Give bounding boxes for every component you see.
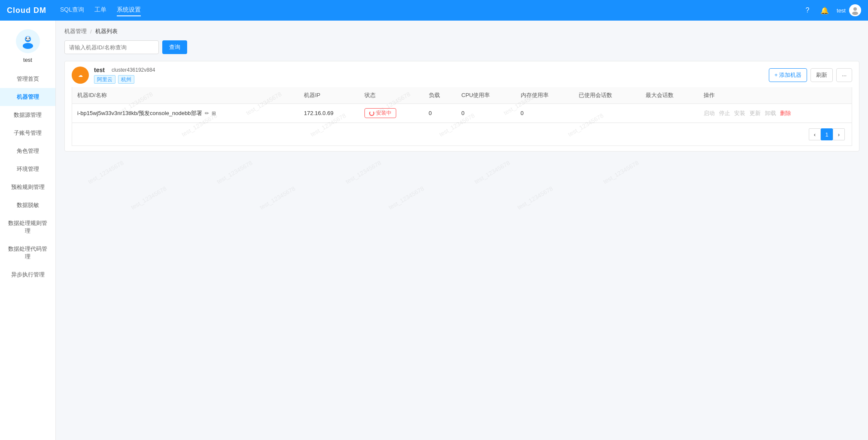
topnav-right: ? 🔔 test <box>802 4 861 16</box>
op-install[interactable]: 安装 <box>734 110 745 116</box>
col-id-name: 机器ID/名称 <box>72 87 299 104</box>
sidebar-item-precheck-rules[interactable]: 预检规则管理 <box>0 178 55 196</box>
svg-point-5 <box>26 38 27 39</box>
nav-work-order[interactable]: 工单 <box>94 4 106 16</box>
op-update[interactable]: 更新 <box>750 110 761 116</box>
search-bar: 查询 <box>64 40 859 54</box>
sidebar-item-environments[interactable]: 环境管理 <box>0 160 55 178</box>
machine-name-wrapper: i-bp15wj5w33v3nr13tlkb/预发console_nodebb部… <box>77 109 294 117</box>
svg-point-0 <box>853 7 857 11</box>
breadcrumb: 机器管理 / 机器列表 <box>64 27 859 35</box>
wm-b9: test_12345678 <box>516 185 554 211</box>
sidebar-item-data-processing-rules[interactable]: 数据处理规则管理 <box>0 214 55 240</box>
sidebar-item-dashboard[interactable]: 管理首页 <box>0 70 55 88</box>
wm-b4: test_12345678 <box>473 159 511 185</box>
topnav-username: test <box>837 7 846 14</box>
wm-b7: test_12345678 <box>258 185 296 211</box>
sidebar-menu: 管理首页 机器管理 数据源管理 子账号管理 角色管理 环境管理 预检规则管理 数… <box>0 70 55 284</box>
table-body: i-bp15wj5w33v3nr13tlkb/预发console_nodebb部… <box>72 104 852 123</box>
user-info[interactable]: test <box>837 4 861 16</box>
cluster-card: ☁ test cluster436192v884 阿里云 杭州 + 添加机器 <box>64 61 859 152</box>
bell-icon[interactable]: 🔔 <box>819 5 830 15</box>
sidebar-item-datasource[interactable]: 数据源管理 <box>0 106 55 124</box>
bottom-watermarks: test_12345678 test_12345678 test_1234567… <box>64 152 859 237</box>
add-machine-button[interactable]: + 添加机器 <box>769 68 807 82</box>
col-load: 负载 <box>424 87 456 104</box>
prev-page-button[interactable]: ‹ <box>809 128 821 140</box>
pagination: ‹ 1 › <box>72 123 852 146</box>
current-page-button[interactable]: 1 <box>821 128 833 140</box>
wm-b8: test_12345678 <box>387 185 425 211</box>
svg-point-6 <box>28 38 30 39</box>
machine-status-cell: 安装中 <box>359 104 423 123</box>
cluster-tags: 阿里云 杭州 <box>94 75 155 84</box>
breadcrumb-separator: / <box>90 28 92 35</box>
op-uninstall[interactable]: 卸载 <box>765 110 776 116</box>
copy-icon[interactable]: ⊞ <box>212 110 216 116</box>
breadcrumb-current: 机器列表 <box>95 27 118 35</box>
next-page-button[interactable]: › <box>833 128 845 140</box>
svg-point-1 <box>852 12 858 15</box>
nav-system-settings[interactable]: 系统设置 <box>117 4 141 16</box>
svg-point-3 <box>23 43 33 49</box>
cluster-icon: ☁ <box>72 67 89 84</box>
machine-id-name-cell: i-bp15wj5w33v3nr13tlkb/预发console_nodebb部… <box>72 104 299 123</box>
cluster-tag-region: 杭州 <box>118 75 134 84</box>
sidebar-avatar <box>16 29 40 53</box>
nav-sql-query[interactable]: SQL查询 <box>60 4 84 16</box>
col-max-sessions: 最大会话数 <box>640 87 699 104</box>
wm-b2: test_12345678 <box>215 159 253 185</box>
breadcrumb-parent: 机器管理 <box>64 27 87 35</box>
cluster-header: ☁ test cluster436192v884 阿里云 杭州 <box>72 67 852 84</box>
machine-memory-cell: 0 <box>516 104 574 123</box>
col-operations: 操作 <box>698 87 852 104</box>
col-status: 状态 <box>359 87 423 104</box>
col-used-sessions: 已使用会话数 <box>574 87 640 104</box>
machine-table: 机器ID/名称 机器IP 状态 负载 CPU使用率 内存使用率 已使用会话数 最… <box>72 87 852 123</box>
sidebar-item-machines[interactable]: 机器管理 <box>0 88 55 106</box>
table-row: i-bp15wj5w33v3nr13tlkb/预发console_nodebb部… <box>72 104 852 123</box>
nav-items: SQL查询 工单 系统设置 <box>60 4 802 16</box>
table-wrapper: 机器ID/名称 机器IP 状态 负载 CPU使用率 内存使用率 已使用会话数 最… <box>72 87 852 146</box>
cluster-info: test cluster436192v884 阿里云 杭州 <box>94 67 155 84</box>
machine-max-sessions-cell <box>640 104 699 123</box>
sidebar-item-roles[interactable]: 角色管理 <box>0 142 55 160</box>
col-ip: 机器IP <box>299 87 359 104</box>
more-button[interactable]: ··· <box>836 68 852 82</box>
op-stop[interactable]: 停止 <box>719 110 730 116</box>
sidebar-item-data-desensitization[interactable]: 数据脱敏 <box>0 196 55 214</box>
machine-id-name: i-bp15wj5w33v3nr13tlkb/预发console_nodebb部… <box>77 109 202 117</box>
wm-b6: test_12345678 <box>130 185 167 211</box>
sidebar-item-subaccount[interactable]: 子账号管理 <box>0 124 55 142</box>
machine-operations-cell: 启动 停止 安装 更新 卸载 删除 <box>698 104 852 123</box>
machine-used-sessions-cell <box>574 104 640 123</box>
topnav-avatar <box>849 4 861 16</box>
cluster-name: test <box>94 67 105 73</box>
wm-b5: test_12345678 <box>602 159 640 185</box>
sidebar-username: test <box>23 57 32 63</box>
col-cpu: CPU使用率 <box>456 87 516 104</box>
refresh-button[interactable]: 刷新 <box>810 68 833 82</box>
app-logo: Cloud DM <box>7 6 46 15</box>
machine-load-cell: 0 <box>424 104 456 123</box>
status-badge: 安装中 <box>364 108 396 118</box>
main-content: 机器管理 / 机器列表 查询 ☁ test clust <box>56 21 868 440</box>
help-icon[interactable]: ? <box>802 5 813 15</box>
loading-spinner <box>369 111 374 116</box>
wm-b1: test_12345678 <box>87 159 124 185</box>
op-delete[interactable]: 删除 <box>780 110 791 116</box>
op-start[interactable]: 启动 <box>704 110 715 116</box>
search-input[interactable] <box>64 40 159 54</box>
table-header: 机器ID/名称 机器IP 状态 负载 CPU使用率 内存使用率 已使用会话数 最… <box>72 87 852 104</box>
cluster-tag-cloud: 阿里云 <box>94 75 115 84</box>
sidebar-item-async-execution[interactable]: 异步执行管理 <box>0 266 55 284</box>
status-text: 安装中 <box>376 109 392 117</box>
edit-icon[interactable]: ✏ <box>205 110 209 116</box>
col-memory: 内存使用率 <box>516 87 574 104</box>
sidebar-item-data-processing-code[interactable]: 数据处理代码管理 <box>0 240 55 266</box>
machine-cpu-cell: 0 <box>456 104 516 123</box>
top-navigation: Cloud DM SQL查询 工单 系统设置 ? 🔔 test <box>0 0 868 21</box>
svg-text:☁: ☁ <box>78 73 83 78</box>
cluster-actions: + 添加机器 刷新 ··· <box>769 68 852 82</box>
search-button[interactable]: 查询 <box>162 40 187 54</box>
